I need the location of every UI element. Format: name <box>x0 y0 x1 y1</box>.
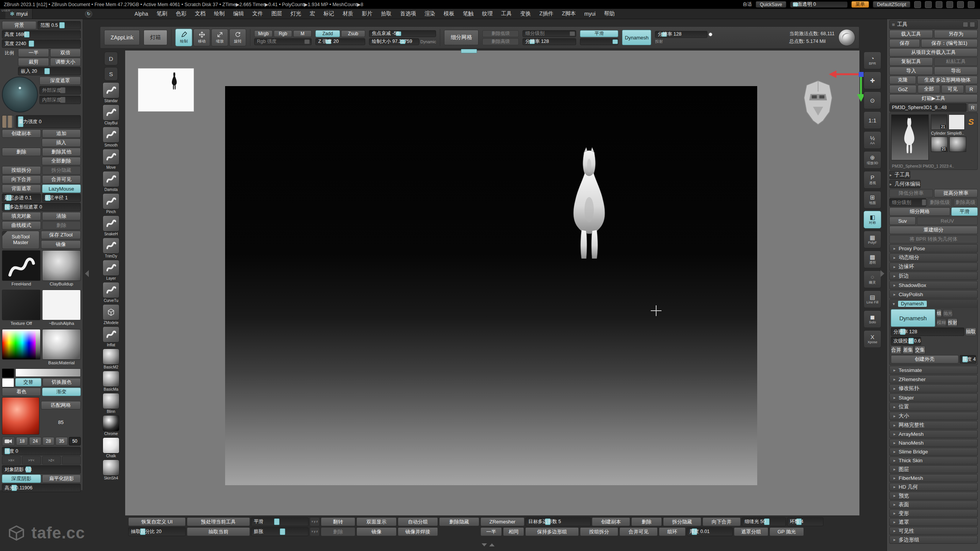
menu-编辑[interactable]: 编辑 <box>229 9 248 19</box>
sdiv-preset-28[interactable]: 28 <box>42 437 54 445</box>
tray-item-BasicM2[interactable]: BasicM2 <box>103 349 119 369</box>
rotate-mode-button[interactable]: 旋转 <box>229 29 246 46</box>
gravity-direction-widget[interactable] <box>2 115 14 128</box>
del-higher-button[interactable]: 删除高级 <box>482 38 519 45</box>
autofit-label[interactable]: 自适 <box>743 1 752 8</box>
value-bar[interactable] <box>36 329 40 359</box>
mini->Z<[interactable]: >Z< <box>42 456 61 465</box>
btn-预处理当前工具[interactable]: 预处理当前工具 <box>187 517 250 526</box>
btn-翻转[interactable]: 翻转 <box>321 517 355 526</box>
brush-thumbnail[interactable]: ClayBuildup <box>42 250 81 289</box>
tray-item-Inflat[interactable]: Inflat <box>103 326 119 347</box>
alt-color-button[interactable]: 交替 <box>15 378 41 386</box>
sect-预览[interactable]: 预览 <box>889 492 978 500</box>
menu-灯光[interactable]: 灯光 <box>286 9 305 19</box>
zadd-button[interactable]: Zadd <box>315 30 340 37</box>
bottom-tray-handle[interactable] <box>482 543 495 546</box>
decimate-button[interactable]: 抽取 <box>965 328 976 336</box>
btn-保存：(编号加1)[interactable]: 保存：(编号加1) <box>921 39 978 47</box>
tool-slot[interactable]: 21 <box>931 137 948 152</box>
shell-thickness-slider[interactable]: 厚度 4 <box>960 355 976 364</box>
btn-R[interactable]: R <box>965 85 978 93</box>
subtool-section-header[interactable]: 子工具 <box>889 171 910 179</box>
tray-item-ClayBui[interactable]: ClayBui <box>103 104 119 125</box>
btn-背景[interactable]: 背景 <box>2 21 36 29</box>
btn-GoZ[interactable]: GoZ <box>889 85 916 93</box>
mini-x y z[interactable]: x y z <box>310 517 320 526</box>
depth-mask-button[interactable]: 深度遮罩 <box>39 77 81 85</box>
gravity-strength-slider[interactable]: 重力强度 0 <box>16 115 81 128</box>
line-fill-icon[interactable]: ▤Line Fill <box>864 290 881 308</box>
tool-slot[interactable]: 21 <box>931 114 947 130</box>
menu-宏[interactable]: 宏 <box>305 9 319 19</box>
slider-延迟步进 0.1[interactable]: 延迟步进 0.1 <box>2 194 41 202</box>
menu-工具[interactable]: 工具 <box>497 9 516 19</box>
tray-item-Standar[interactable]: Standar <box>103 82 119 103</box>
menu-Z插件[interactable]: Z插件 <box>535 9 558 19</box>
palette-grid-icon[interactable] <box>925 1 932 8</box>
inner-depth-slider[interactable]: 内部深度 <box>39 96 81 104</box>
mini-x y z[interactable]: x y z <box>310 527 320 536</box>
btn-删除其他[interactable]: 删除其他 <box>42 148 81 156</box>
btn-灯箱▶工具[interactable]: 灯箱▶工具 <box>889 94 978 103</box>
slider-平滑[interactable]: 平滑 <box>251 517 309 526</box>
doc-pages-icon[interactable] <box>946 1 953 8</box>
slider-厚度 0.01[interactable]: 厚度 0.01 <box>687 527 733 536</box>
gray-将 BPR 转换为几何体[interactable]: 将 BPR 转换为几何体 <box>889 235 978 243</box>
btn-相同[interactable]: 相同 <box>503 527 524 536</box>
menu-色彩[interactable]: 色彩 <box>172 9 191 19</box>
btn-遮罩分组[interactable]: 遮罩分组 <box>734 527 768 536</box>
move-mode-button[interactable]: 移动 <box>193 29 210 46</box>
refresh-icon[interactable]: ↻ <box>85 10 92 18</box>
dynamesh-polish-button[interactable]: 抛光 <box>943 309 953 318</box>
menu-渲染[interactable]: 渲染 <box>420 9 439 19</box>
tray-item-CurveTu[interactable]: CurveTu <box>103 282 119 303</box>
sect-边缘环[interactable]: 边缘环 <box>889 262 978 271</box>
menu-笔刷[interactable]: 笔刷 <box>152 9 172 19</box>
teal-渐变[interactable]: 渐变 <box>42 388 81 396</box>
focal-shift-slider[interactable]: 焦点衰减 -56 <box>369 30 436 37</box>
teal-平滑[interactable]: 平滑 <box>951 207 978 216</box>
btn-插入[interactable]: 插入 <box>42 139 81 147</box>
tray-item-Blinn[interactable]: Blinn <box>103 393 119 414</box>
menu-首选项[interactable]: 首选项 <box>396 9 420 19</box>
menu-笔触[interactable]: 笔触 <box>459 9 478 19</box>
zsub-button[interactable]: Zsub <box>341 30 366 37</box>
sdiv-level-slider[interactable]: 细分级别 <box>523 30 576 37</box>
slider-高光 0.11906[interactable]: 高光 0.11906 <box>2 484 81 492</box>
sculpt-canvas[interactable] <box>225 86 757 485</box>
main-color-swatch[interactable] <box>2 368 14 378</box>
btn-组环[interactable]: 组环 <box>659 527 686 536</box>
z-intensity-slider[interactable]: Z 强度 20 <box>315 38 365 45</box>
sect-大小[interactable]: 大小 <box>889 412 978 420</box>
fit-mesh-button[interactable]: 匹配网格 <box>41 401 81 409</box>
slider-目标多边形数 5[interactable]: 目标多边形数 5 <box>526 517 591 526</box>
btn-追加[interactable]: 追加 <box>42 129 81 138</box>
btn-镜像[interactable]: 镜像 <box>356 527 397 536</box>
sect-ArrayMesh[interactable]: ArrayMesh <box>889 430 978 438</box>
resolution-slider[interactable]: 分辨率 128 <box>523 38 576 45</box>
floor-grid-icon[interactable]: ⊞地面 <box>864 191 881 209</box>
btn-裁剪[interactable]: 裁剪 <box>18 58 49 66</box>
slider-延迟半径 1[interactable]: 延迟半径 1 <box>42 194 81 202</box>
btn-创建副本[interactable]: 创建副本 <box>2 129 41 138</box>
sect-Thick Skin[interactable]: Thick Skin <box>889 456 978 465</box>
btn-扁平化阴影[interactable]: 扁平化阴影 <box>42 474 81 483</box>
btn-双倍[interactable]: 双倍 <box>50 49 81 57</box>
quicksave-button[interactable]: QuickSave <box>756 1 786 8</box>
sdiv-preset-35[interactable]: 35 <box>56 437 67 445</box>
gray-删除高级[interactable]: 删除高级 <box>953 198 978 207</box>
btn-克隆[interactable]: 克隆 <box>889 76 916 84</box>
ui-layout-icon[interactable] <box>914 1 921 8</box>
btn-合并可见[interactable]: 合并可见 <box>42 175 81 184</box>
menu-纹理[interactable]: 纹理 <box>478 9 497 19</box>
sect-遮罩[interactable]: 遮罩 <box>889 518 978 526</box>
mrgb-button[interactable]: Mrgb <box>254 30 273 37</box>
sect-变形[interactable]: 变形 <box>889 509 978 517</box>
right-panel-divider[interactable] <box>880 270 884 277</box>
tray-item-Pinch[interactable]: Pinch <box>103 193 119 214</box>
menu-Z脚本[interactable]: Z脚本 <box>558 9 580 19</box>
teal-LazyMouse[interactable]: LazyMouse <box>42 184 81 193</box>
document-area[interactable] <box>125 51 859 515</box>
btn-双面显示[interactable]: 双面显示 <box>356 517 397 526</box>
